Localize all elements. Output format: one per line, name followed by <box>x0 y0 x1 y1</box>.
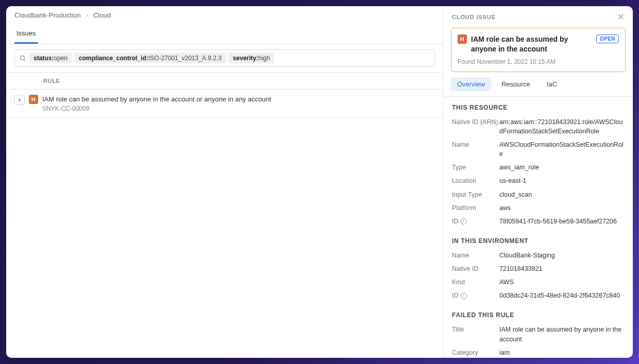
close-icon[interactable]: ✕ <box>617 12 625 22</box>
section-heading: FAILED THIS RULE <box>452 311 625 319</box>
issue-text-wrap: IAM role can be assumed by anyone in the… <box>42 95 271 112</box>
tab-resource[interactable]: Resource <box>495 77 536 91</box>
main-pane: Cloudbank-Production › Cloud Issues stat… <box>6 6 443 358</box>
tab-issues[interactable]: Issues <box>14 24 38 44</box>
breadcrumb: Cloudbank-Production › Cloud <box>6 6 443 24</box>
label-native-id: Native ID (ARN) <box>452 117 499 136</box>
panel-header: CLOUD ISSUE ✕ <box>444 6 633 22</box>
value-native-id: arn:aws:iam::721018433921:role/AWSCloudF… <box>499 117 625 136</box>
label-rule-category: Category <box>452 348 499 357</box>
issue-card-title: IAM role can be assumed by anyone in the… <box>471 34 592 54</box>
value-id: 78f05941-f7cb-5619-be59-3455aef27206 <box>499 217 617 226</box>
label-input-type: Input Type <box>452 190 499 199</box>
label-id: IDi <box>452 217 499 226</box>
severity-badge-high: H <box>458 34 467 44</box>
issue-title: IAM role can be assumed by anyone in the… <box>42 95 271 104</box>
section-this-resource: THIS RESOURCE Native ID (ARN)arn:aws:iam… <box>444 97 633 230</box>
section-failed-rule: FAILED THIS RULE TitleIAM role can be as… <box>444 304 633 358</box>
label-location: Location <box>452 176 499 185</box>
filter-chip-status[interactable]: status:open <box>29 53 72 63</box>
value-location: us-east-1 <box>499 176 526 185</box>
filter-bar[interactable]: status:open compliance_control_id:ISO-27… <box>14 49 435 67</box>
label-name: Name <box>452 140 499 159</box>
value-env-id: 0d38dc24-31d5-48ed-824d-2f643267c840 <box>499 291 620 300</box>
app-window: Cloudbank-Production › Cloud Issues stat… <box>6 6 633 358</box>
value-type: aws_iam_role <box>499 163 539 172</box>
panel-tabs: Overview Resource IaC <box>444 77 633 97</box>
label-platform: Platform <box>452 203 499 213</box>
tab-iac[interactable]: IaC <box>541 77 563 91</box>
tab-overview[interactable]: Overview <box>451 77 491 91</box>
issue-summary-card: H IAM role can be assumed by anyone in t… <box>451 28 626 72</box>
svg-point-0 <box>20 56 24 60</box>
label-env-native-id: Native ID <box>452 264 499 273</box>
value-rule-category: iam <box>499 348 510 357</box>
label-env-kind: Kind <box>452 278 499 287</box>
section-heading: THIS RESOURCE <box>452 104 625 111</box>
section-heading: IN THIS ENVIRONMENT <box>452 237 625 245</box>
label-rule-title: Title <box>452 325 499 343</box>
panel-header-title: CLOUD ISSUE <box>452 14 496 20</box>
issue-code: SNYK-CC-00009 <box>42 105 271 112</box>
value-name: AWSCloudFormationStackSetExecutionRole <box>499 140 625 159</box>
label-env-name: Name <box>452 251 499 260</box>
breadcrumb-root[interactable]: Cloudbank-Production <box>14 11 81 19</box>
value-input-type: cloud_scan <box>499 190 532 199</box>
info-icon[interactable]: i <box>461 293 467 299</box>
section-environment: IN THIS ENVIRONMENT NameCloudBank-Stagin… <box>444 230 633 305</box>
filter-chip-compliance[interactable]: compliance_control_id:ISO-27001_v2013_A.… <box>75 53 226 63</box>
chevron-right-icon <box>17 97 22 102</box>
expand-button[interactable] <box>14 95 25 105</box>
chevron-right-icon: › <box>86 11 88 19</box>
column-header-rule: RULE <box>6 72 443 90</box>
issue-row[interactable]: H IAM role can be assumed by anyone in t… <box>6 90 443 118</box>
value-env-kind: AWS <box>499 278 514 287</box>
filter-chip-severity[interactable]: severity:high <box>229 53 274 63</box>
main-tabs: Issues <box>6 24 443 44</box>
search-icon <box>19 55 26 62</box>
label-type: Type <box>452 163 499 172</box>
found-timestamp: Found November 1, 2022 10:15 AM <box>458 58 619 65</box>
status-badge-open: OPEN <box>596 34 619 43</box>
label-env-id: IDi <box>452 291 499 300</box>
value-rule-title: IAM role can be assumed by anyone in the… <box>499 325 625 343</box>
svg-line-1 <box>24 60 26 61</box>
info-icon[interactable]: i <box>461 218 467 224</box>
value-env-name: CloudBank-Staging <box>499 251 555 260</box>
value-env-native-id: 721018433921 <box>499 264 542 273</box>
severity-badge-high: H <box>29 95 38 104</box>
breadcrumb-current[interactable]: Cloud <box>93 11 111 19</box>
detail-panel: CLOUD ISSUE ✕ H IAM role can be assumed … <box>443 6 633 358</box>
value-platform: aws <box>499 203 511 213</box>
